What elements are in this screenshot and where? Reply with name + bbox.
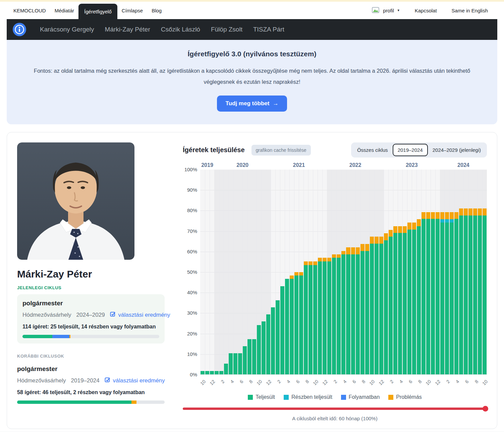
year-label-2022: 2022 [349, 162, 361, 168]
refresh-cache-button[interactable]: grafikon cache frissítése [251, 145, 311, 156]
stacked-bar-2021-08 [304, 170, 308, 374]
politician-link-karacsony[interactable]: Karácsony Gergely [35, 26, 100, 33]
stacked-bar-2024-09 [478, 170, 482, 374]
time-slider-track[interactable] [183, 408, 486, 410]
stacked-bar-2019-11 [205, 170, 209, 374]
nav-item-igeretfigyelo[interactable]: Ígéretfigyelő [78, 4, 117, 19]
stacked-bar-2021-01 [271, 170, 275, 374]
legend-swatch [388, 395, 393, 400]
nav-item-kapcsolat[interactable]: Kapcsolat [407, 8, 444, 13]
chart-y-axis: 0%10%20%30%40%50%60%70%80%90%100% [183, 170, 200, 375]
stacked-bar-2021-03 [280, 170, 284, 374]
time-slider [183, 406, 487, 412]
stacked-bar-2021-11 [318, 170, 322, 374]
toggle-2019-2024[interactable]: 2019–2024 [393, 144, 428, 156]
year-label-2021: 2021 [293, 162, 305, 168]
toggle-all-cycles[interactable]: Összes ciklus [352, 144, 393, 156]
stacked-bar-2020-04 [229, 170, 233, 374]
stacked-bar-2021-10 [313, 170, 317, 374]
previous-cycles-heading: KORÁBBI CIKLUSOK [17, 354, 165, 359]
stacked-bar-2020-09 [252, 170, 256, 374]
y-tick-label: 100% [184, 167, 197, 172]
hero-title: Ígéretfigyelő 3.0 (nyilvános tesztüzem) [22, 50, 482, 58]
y-tick-label: 90% [187, 187, 197, 193]
stacked-bar-2024-01 [440, 170, 444, 374]
profile-menu[interactable]: profil ▼ [365, 7, 407, 14]
stacked-bar-2019-12 [210, 170, 214, 374]
y-tick-label: 30% [187, 310, 197, 316]
nav-item-cimlapse[interactable]: Címlapse [117, 2, 147, 19]
year-label-2023: 2023 [406, 162, 418, 168]
legend-item-problémás[interactable]: Problémás [388, 394, 422, 400]
learn-more-button[interactable]: Tudj meg többet → [217, 96, 287, 112]
politician-link-markizay[interactable]: Márki-Zay Péter [100, 26, 156, 33]
nav-item-blog[interactable]: Blog [147, 2, 166, 19]
current-cycle-heading: JELENLEGI CIKLUS [17, 285, 165, 290]
current-election-result-link[interactable]: választási eredmény [110, 311, 170, 319]
y-tick-label: 0% [190, 372, 197, 377]
brand-kemocloud[interactable]: KEMOCLOUD [9, 2, 50, 19]
previous-election-result-link[interactable]: választási eredmény [105, 377, 165, 384]
politician-detail-card: Márki-Zay Péter JELENLEGI CIKLUS polgárm… [7, 132, 497, 429]
progress-segment [22, 335, 52, 338]
stacked-bar-2023-06 [407, 170, 411, 374]
stacked-bar-2020-10 [257, 170, 261, 374]
promise-fulfillment-chart[interactable]: 201920202021202220232024 0%10%20%30%40%5… [183, 162, 487, 421]
stacked-bar-2020-12 [266, 170, 270, 374]
nav-item-language[interactable]: Same in English [444, 8, 495, 13]
previous-city: Hódmezővásárhely [17, 377, 66, 384]
politician-photo [17, 142, 134, 260]
current-term: 2024–2029 [76, 312, 105, 318]
stacked-bar-2023-05 [403, 170, 407, 374]
profile-label: profil [383, 8, 394, 13]
toggle-2024-2029[interactable]: 2024–2029 (jelenlegi) [428, 144, 486, 156]
year-label-2019: 2019 [201, 162, 213, 168]
current-progress-bar [22, 335, 159, 338]
stacked-bar-2021-09 [309, 170, 313, 374]
stacked-bar-2022-02 [332, 170, 336, 374]
stacked-bar-2022-01 [327, 170, 331, 374]
y-tick-label: 60% [187, 249, 197, 254]
stacked-bar-2021-04 [285, 170, 289, 374]
stacked-bar-2023-08 [417, 170, 421, 374]
x-tick-label: 10 [481, 379, 489, 386]
nav-item-mediatar[interactable]: Médiatár [50, 2, 78, 19]
politician-link-fulop[interactable]: Fülöp Zsolt [206, 26, 248, 33]
top-navigation: KEMOCLOUD Médiatár Ígéretfigyelő Címlaps… [0, 2, 504, 19]
previous-position: polgármester [17, 365, 165, 373]
info-icon[interactable] [12, 22, 26, 37]
progress-segment [17, 400, 131, 404]
stacked-bar-2021-12 [323, 170, 327, 374]
time-slider-handle[interactable] [483, 406, 488, 412]
current-promise-summary: 114 ígéret: 25 teljesült, 14 részben vag… [22, 324, 159, 330]
legend-item-részben-teljesült[interactable]: Részben teljesült [284, 394, 332, 400]
politician-link-tisza[interactable]: TISZA Párt [248, 26, 290, 33]
stacked-bar-2024-07 [468, 170, 472, 374]
checkbox-check-icon [105, 377, 111, 384]
progress-segment [131, 400, 136, 404]
stacked-bar-2019-10 [201, 170, 205, 374]
y-tick-label: 20% [187, 331, 197, 336]
stacked-bar-2022-09 [365, 170, 369, 374]
legend-swatch [248, 395, 253, 400]
legend-item-folyamatban[interactable]: Folyamatban [341, 394, 380, 400]
chart-legend: TeljesültRészben teljesültFolyamatbanPro… [183, 394, 487, 400]
legend-item-teljesült[interactable]: Teljesült [248, 394, 275, 400]
arrow-right-icon: → [273, 100, 278, 107]
stacked-bar-2023-11 [431, 170, 435, 374]
stacked-bar-2021-07 [299, 170, 303, 374]
stacked-bar-2020-02 [219, 170, 223, 374]
current-city: Hódmezővásárhely [22, 312, 71, 318]
previous-promise-summary: 58 ígéret: 46 teljesült, 2 részben vagy … [17, 389, 165, 395]
progress-segment [52, 335, 69, 338]
y-tick-label: 50% [187, 269, 197, 275]
stacked-bar-2023-07 [412, 170, 416, 374]
chart-title: Ígéretek teljesülése [183, 146, 245, 154]
stacked-bar-2023-01 [384, 170, 388, 374]
legend-swatch [341, 395, 346, 400]
caret-down-icon: ▼ [397, 9, 400, 12]
politician-link-csozik[interactable]: Csőzik László [156, 26, 206, 33]
stacked-bar-2024-08 [473, 170, 477, 374]
y-tick-label: 70% [187, 228, 197, 234]
y-tick-label: 10% [187, 351, 197, 357]
